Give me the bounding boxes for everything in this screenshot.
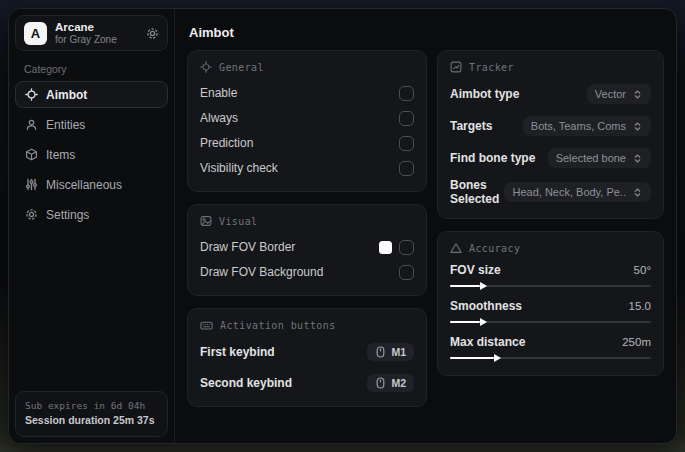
keybind-value: M1 bbox=[391, 346, 406, 358]
targets-select[interactable]: Bots, Teams, Coms bbox=[523, 116, 651, 136]
aimbot-type-select[interactable]: Vector bbox=[587, 84, 651, 104]
setting-row-always: Always bbox=[200, 107, 414, 129]
sidebar-item-items[interactable]: Items bbox=[15, 141, 168, 168]
setting-row-second-keybind: Second keybind M2 bbox=[200, 372, 414, 394]
page-title: Aimbot bbox=[189, 25, 664, 40]
second-keybind-button[interactable]: M2 bbox=[367, 374, 414, 392]
fov-size-slider[interactable] bbox=[450, 281, 651, 291]
crosshair-icon bbox=[200, 61, 212, 73]
category-label: Category bbox=[24, 63, 168, 75]
app-window: A Arcane for Gray Zone Category bbox=[8, 8, 677, 444]
color-swatch[interactable] bbox=[379, 241, 392, 254]
always-checkbox[interactable] bbox=[399, 111, 414, 126]
tracker-card: Tracker Aimbot type Vector bbox=[437, 50, 664, 219]
session-duration-text: Session duration 25m 37s bbox=[25, 413, 158, 429]
setting-label: Always bbox=[200, 111, 238, 125]
app-title: Arcane bbox=[55, 21, 138, 34]
brand-text: Arcane for Gray Zone bbox=[55, 21, 138, 46]
subscription-info: Sub expires in 6d 04h Session duration 2… bbox=[15, 391, 168, 437]
tracker-icon bbox=[450, 61, 462, 73]
draw-fov-background-checkbox[interactable] bbox=[399, 265, 414, 280]
sub-expires-text: Sub expires in 6d 04h bbox=[25, 399, 158, 413]
main-content: Aimbot General bbox=[175, 9, 676, 443]
first-keybind-button[interactable]: M1 bbox=[367, 343, 414, 361]
section-title: Tracker bbox=[469, 62, 514, 73]
section-title: Accuracy bbox=[469, 243, 520, 254]
setting-label: Second keybind bbox=[200, 376, 292, 390]
setting-row-first-keybind: First keybind M1 bbox=[200, 341, 414, 363]
sidebar-item-miscellaneous[interactable]: Miscellaneous bbox=[15, 171, 168, 198]
sidebar-item-label: Aimbot bbox=[46, 88, 87, 102]
sidebar: A Arcane for Gray Zone Category bbox=[9, 9, 175, 443]
sidebar-item-entities[interactable]: Entities bbox=[15, 111, 168, 138]
mouse-icon bbox=[375, 377, 386, 389]
section-title: General bbox=[219, 62, 264, 73]
smoothness-slider[interactable] bbox=[450, 317, 651, 327]
selected-value: Selected bone bbox=[556, 152, 626, 164]
setting-row-enable: Enable bbox=[200, 82, 414, 104]
sliders-icon bbox=[25, 178, 38, 191]
brand-card[interactable]: A Arcane for Gray Zone bbox=[15, 15, 168, 51]
setting-label: Draw FOV Background bbox=[200, 265, 323, 279]
setting-row-max-distance: Max distance 250m bbox=[450, 335, 651, 363]
setting-row-bones-selected: Bones Selected Head, Neck, Body, Pe.. bbox=[450, 178, 651, 206]
find-bone-type-select[interactable]: Selected bone bbox=[548, 148, 651, 168]
setting-label: Visibility check bbox=[200, 161, 278, 175]
gear-icon bbox=[25, 208, 38, 221]
sidebar-item-label: Miscellaneous bbox=[46, 178, 122, 192]
sidebar-item-label: Items bbox=[46, 148, 75, 162]
sidebar-item-aimbot[interactable]: Aimbot bbox=[15, 81, 168, 108]
selected-value: Head, Neck, Body, Pe.. bbox=[512, 186, 626, 198]
setting-row-fov-size: FOV size 50° bbox=[450, 263, 651, 291]
section-title: Visual bbox=[219, 216, 258, 227]
slider-value: 15.0 bbox=[629, 300, 651, 312]
selected-value: Bots, Teams, Coms bbox=[531, 120, 626, 132]
cube-icon bbox=[25, 148, 38, 161]
bones-selected-select[interactable]: Head, Neck, Body, Pe.. bbox=[504, 182, 651, 202]
chevron-up-down-icon bbox=[632, 89, 643, 100]
max-distance-slider[interactable] bbox=[450, 353, 651, 363]
sidebar-nav: Aimbot Entities bbox=[15, 81, 168, 228]
setting-label: Enable bbox=[200, 86, 237, 100]
sidebar-item-label: Settings bbox=[46, 208, 89, 222]
setting-row-draw-fov-border: Draw FOV Border bbox=[200, 236, 414, 258]
chevron-up-down-icon bbox=[632, 121, 643, 132]
chevron-up-down-icon bbox=[632, 153, 643, 164]
section-title: Activation buttons bbox=[220, 320, 336, 331]
crosshair-icon bbox=[25, 88, 38, 101]
visual-card: Visual Draw FOV Border Draw FOV Backgrou… bbox=[187, 204, 427, 296]
setting-label: Smoothness bbox=[450, 299, 522, 313]
setting-row-visibility-check: Visibility check bbox=[200, 157, 414, 179]
keyboard-icon bbox=[200, 319, 213, 332]
accuracy-card: Accuracy FOV size 50° bbox=[437, 231, 664, 376]
prediction-checkbox[interactable] bbox=[399, 136, 414, 151]
sidebar-item-settings[interactable]: Settings bbox=[15, 201, 168, 228]
slider-value: 50° bbox=[634, 264, 651, 276]
setting-row-targets: Targets Bots, Teams, Coms bbox=[450, 114, 651, 138]
mouse-icon bbox=[375, 346, 386, 358]
draw-fov-border-checkbox[interactable] bbox=[399, 240, 414, 255]
image-icon bbox=[200, 215, 212, 227]
entities-icon bbox=[25, 118, 38, 131]
keybind-value: M2 bbox=[391, 377, 406, 389]
setting-row-prediction: Prediction bbox=[200, 132, 414, 154]
sidebar-item-label: Entities bbox=[46, 118, 85, 132]
setting-row-draw-fov-background: Draw FOV Background bbox=[200, 261, 414, 283]
setting-row-aimbot-type: Aimbot type Vector bbox=[450, 82, 651, 106]
slider-fill bbox=[450, 321, 480, 323]
triangle-icon bbox=[450, 242, 462, 254]
setting-label: Prediction bbox=[200, 136, 253, 150]
chevron-up-down-icon bbox=[632, 187, 643, 198]
setting-label: Aimbot type bbox=[450, 87, 519, 101]
setting-row-smoothness: Smoothness 15.0 bbox=[450, 299, 651, 327]
setting-label: Bones Selected bbox=[450, 178, 504, 206]
slider-fill bbox=[450, 285, 480, 287]
app-logo: A bbox=[24, 22, 47, 45]
visibility-check-checkbox[interactable] bbox=[399, 161, 414, 176]
general-card: General Enable Always Prediction bbox=[187, 50, 427, 192]
setting-label: Max distance bbox=[450, 335, 525, 349]
slider-fill bbox=[450, 357, 494, 359]
gear-icon[interactable] bbox=[146, 27, 159, 40]
setting-row-find-bone-type: Find bone type Selected bone bbox=[450, 146, 651, 170]
enable-checkbox[interactable] bbox=[399, 86, 414, 101]
